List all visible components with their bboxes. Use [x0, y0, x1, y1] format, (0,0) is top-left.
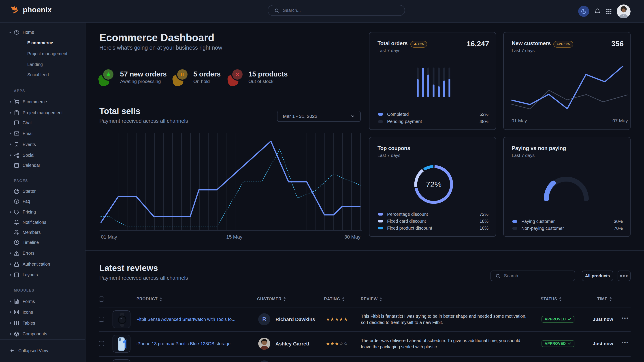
svg-text:15 May: 15 May	[226, 234, 242, 240]
svg-text:01 May: 01 May	[512, 118, 527, 123]
svg-text:72%: 72%	[426, 180, 442, 189]
svg-text:01 May: 01 May	[101, 234, 117, 240]
svg-text:07 May: 07 May	[612, 118, 628, 123]
svg-text:30 May: 30 May	[344, 234, 360, 240]
